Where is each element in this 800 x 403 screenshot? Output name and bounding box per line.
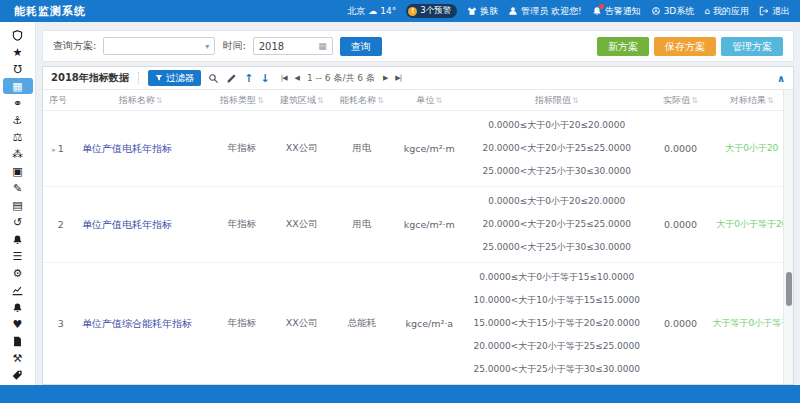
sidebar-item-building[interactable]: ▦ [3, 78, 33, 94]
sidebar-item-security[interactable] [3, 27, 33, 43]
sidebar-item-money[interactable]: ▣ [3, 163, 33, 179]
sort-icon[interactable]: ⇅ [572, 96, 579, 105]
column-header-6[interactable]: 指标限值⇅ [463, 90, 651, 111]
save-plan-button[interactable]: 保存方案 [654, 37, 716, 56]
search-button[interactable]: 查询 [340, 37, 382, 56]
sidebar-item-history[interactable]: ↺ [3, 214, 33, 230]
sidebar-item-alarm[interactable] [3, 299, 33, 315]
scales-icon: ⚖ [13, 131, 23, 144]
sidebar-item-diagnosis[interactable]: ℧ [3, 61, 33, 77]
table-row[interactable]: ▸1单位产值电耗年指标年指标XX公司用电kgce/m²·m0.0000≤大于0小… [43, 111, 793, 187]
search-grid-icon[interactable] [208, 73, 219, 84]
app-window: 能耗监测系统 北京 ☁ 14° ! 3个预警 换肤 管理员 欢迎您! [0, 0, 800, 403]
sidebar-item-notice[interactable] [3, 231, 33, 247]
logout-button[interactable]: 退出 [759, 5, 790, 18]
column-header-4[interactable]: 能耗名称⇅ [328, 90, 396, 111]
gear-icon: ⚙ [13, 267, 23, 280]
first-page-button[interactable]: |◀ [281, 74, 287, 82]
sidebar-item-medal[interactable]: ★ [3, 44, 33, 60]
indicator-type: 年指标 [208, 111, 276, 187]
table-row[interactable]: ▸3单位产值综合能耗年指标年指标XX公司总能耗kgce/m²·a0.0000≤大… [43, 263, 793, 385]
sort-icon[interactable]: ⇅ [377, 96, 384, 105]
table-header-row: 序号指标名称⇅指标类型⇅建筑区域⇅能耗名称⇅单位⇅指标限值⇅实际值⇅对标结果⇅ [43, 90, 793, 111]
chart-icon [12, 285, 23, 296]
column-label: 建筑区域 [280, 95, 316, 105]
column-header-7[interactable]: 实际值⇅ [651, 90, 711, 111]
brush-icon[interactable] [226, 73, 237, 84]
prev-page-button[interactable]: ◀ [295, 74, 299, 82]
unit-cell: kgce/m²·a [396, 263, 464, 385]
file-icon [12, 336, 23, 347]
move-down-icon[interactable]: ↓ [261, 73, 270, 84]
sidebar-item-analytics[interactable] [3, 282, 33, 298]
document-icon: ▤ [12, 199, 22, 212]
scrollbar-thumb[interactable] [786, 272, 792, 306]
change-skin-label: 换肤 [480, 5, 498, 18]
last-page-button[interactable]: ▶| [395, 74, 401, 82]
column-header-2[interactable]: 指标类型⇅ [208, 90, 276, 111]
manage-plan-button[interactable]: 管理方案 [721, 37, 783, 56]
sidebar-item-tag[interactable] [3, 367, 33, 383]
sidebar-item-tools[interactable]: ⚒ [3, 350, 33, 366]
collapse-panel-icon[interactable]: ∧ [777, 73, 785, 84]
sidebar-item-settings[interactable]: ⚙ [3, 265, 33, 281]
sidebar-item-health[interactable]: ♥ [3, 316, 33, 332]
move-up-icon[interactable]: ↑ [244, 73, 253, 84]
sort-icon[interactable]: ⇅ [435, 96, 442, 105]
shield-icon [12, 30, 23, 41]
sort-icon[interactable]: ⇅ [317, 96, 324, 105]
column-header-1[interactable]: 指标名称⇅ [73, 90, 208, 111]
footer-bar [0, 385, 800, 403]
column-label: 指标名称 [119, 95, 155, 105]
column-header-3[interactable]: 建筑区域⇅ [276, 90, 329, 111]
indicator-table: 序号指标名称⇅指标类型⇅建筑区域⇅能耗名称⇅单位⇅指标限值⇅实际值⇅对标结果⇅ … [43, 90, 793, 384]
sidebar-item-report[interactable] [3, 333, 33, 349]
user-menu[interactable]: 管理员 欢迎您! [508, 5, 581, 18]
sidebar-item-anchor[interactable]: ⚓ [3, 112, 33, 128]
sidebar-item-balance[interactable]: ⚖ [3, 129, 33, 145]
edit-icon: ✎ [13, 182, 22, 195]
sidebar-item-coins[interactable]: ⚭ [3, 95, 33, 111]
benchmark-result: 大于0小于等于20 [711, 187, 794, 263]
my-apps-button[interactable]: ⌂ 我的应用 [704, 5, 749, 18]
sort-icon[interactable]: ⇅ [767, 96, 774, 105]
new-plan-button[interactable]: 新方案 [597, 37, 649, 56]
sort-icon[interactable]: ⇅ [691, 96, 698, 105]
sort-icon[interactable]: ⇅ [257, 96, 264, 105]
indicator-link[interactable]: 单位产值电耗年指标 [82, 143, 172, 154]
indicator-type: 年指标 [208, 187, 276, 263]
logout-icon [759, 6, 769, 16]
filter-button[interactable]: 过滤器 [148, 70, 202, 86]
sidebar-item-edit[interactable]: ✎ [3, 180, 33, 196]
change-skin-button[interactable]: 换肤 [467, 5, 498, 18]
grid-title: 2018年指标数据 [51, 71, 129, 85]
sitemap-icon: ⁂ [12, 148, 23, 161]
indicator-link[interactable]: 单位产值综合能耗年指标 [82, 318, 192, 329]
calendar-icon[interactable]: ▦ [318, 41, 327, 51]
alert-count-badge[interactable]: ! 3个预警 [406, 4, 457, 18]
alert-count-label: 3个预警 [420, 5, 451, 17]
table-row[interactable]: ▸2单位产值电耗年指标年指标XX公司用电kgce/m²·m0.0000≤大于0小… [43, 187, 793, 263]
sidebar-item-sitemap[interactable]: ⁂ [3, 146, 33, 162]
alarm-notification-button[interactable]: 告警通知 [592, 5, 641, 18]
sort-icon[interactable]: ⇅ [156, 96, 163, 105]
column-label: 单位 [416, 95, 434, 105]
medal-icon: ★ [13, 46, 23, 59]
next-page-button[interactable]: ▶ [383, 74, 387, 82]
plan-select[interactable]: ▾ [103, 37, 215, 55]
warning-icon: ! [408, 7, 417, 16]
building-area: XX公司 [276, 187, 329, 263]
3d-system-button[interactable]: 3D系统 [651, 5, 695, 18]
vertical-scrollbar[interactable] [783, 90, 793, 384]
column-header-5[interactable]: 单位⇅ [396, 90, 464, 111]
row-number: 1 [58, 143, 64, 154]
toolbar-separator [138, 72, 139, 84]
indicator-link[interactable]: 单位产值电耗年指标 [82, 219, 172, 230]
column-header-8[interactable]: 对标结果⇅ [711, 90, 794, 111]
limit-line: 25.0000<大于25小于30≤30.0000 [465, 236, 649, 259]
sidebar-item-document[interactable]: ▤ [3, 197, 33, 213]
time-input[interactable] [259, 41, 311, 52]
home-icon: ⌂ [704, 6, 710, 16]
sidebar-item-menu[interactable]: ☰ [3, 248, 33, 264]
column-header-0: 序号 [43, 90, 73, 111]
